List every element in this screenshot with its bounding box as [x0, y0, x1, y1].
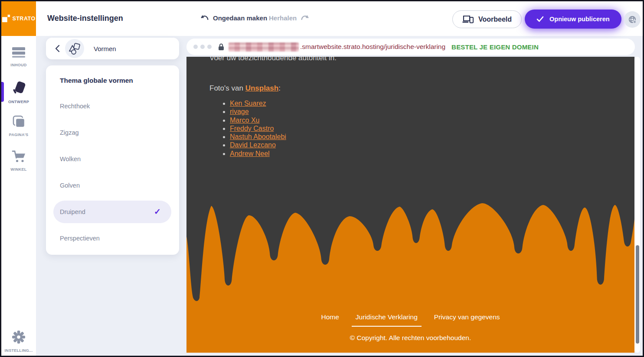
- list-item: Marco Xu: [230, 116, 286, 124]
- sidebar-item-label: WINKEL: [1, 167, 36, 172]
- option-label: Druipend: [60, 208, 85, 215]
- redo-label: Herhalen: [269, 14, 297, 22]
- photos-credit-line: Foto's van Unsplash:: [209, 84, 281, 93]
- sidebar-item-winkel[interactable]: WINKEL: [1, 150, 36, 172]
- sidebar-item-label: ONTWERP: [1, 100, 36, 104]
- credit-link[interactable]: Nastuh Abootalebi: [230, 133, 286, 140]
- option-label: Perspectieven: [60, 235, 100, 242]
- site-footer-nav: Home Juridische Verklaring Privacy van g…: [186, 313, 634, 321]
- gear-icon: [12, 330, 26, 344]
- order-domain-link[interactable]: BESTEL JE EIGEN DOMEIN: [451, 43, 539, 51]
- site-preview: Voer uw toezichthoudende autoriteit in. …: [186, 57, 634, 353]
- top-bar: STRATO Website-instellingen Ongedaan mak…: [1, 1, 643, 36]
- option-label: Rechthoek: [60, 103, 90, 110]
- list-item: Nastuh Abootalebi: [230, 133, 286, 141]
- brand-name: STRATO: [12, 16, 35, 22]
- sidebar-item-inhoud[interactable]: INHOUD: [1, 47, 36, 67]
- publish-button[interactable]: Opnieuw publiceren: [525, 10, 621, 29]
- photos-prefix: Foto's van: [209, 84, 245, 92]
- option-rechthoek[interactable]: Rechthoek: [46, 93, 179, 119]
- preview-label: Voorbeeld: [478, 16, 512, 23]
- page-title: Website-instellingen: [47, 14, 123, 23]
- drip-shape: [186, 195, 634, 308]
- option-druipend-selected[interactable]: Druipend ✓: [53, 201, 171, 223]
- shapes-icon: [68, 42, 81, 55]
- credit-link[interactable]: Ken Suarez: [230, 100, 266, 107]
- option-zigzag[interactable]: Zigzag: [46, 119, 179, 146]
- footer-nav-privacy[interactable]: Privacy van gegevens: [434, 313, 500, 321]
- unsplash-link[interactable]: Unsplash: [245, 84, 279, 92]
- cart-icon: [12, 150, 26, 163]
- options-list: Rechthoek Zigzag Wolken Golven Druipend …: [46, 93, 179, 251]
- panel-title: Vormen: [94, 45, 116, 52]
- preview-url-bar: .smartwebsite.strato.hosting/juridische-…: [186, 39, 635, 55]
- language-button[interactable]: [624, 11, 641, 28]
- options-section-title: Thema globale vormen: [60, 77, 179, 84]
- selected-check-icon: ✓: [154, 207, 161, 217]
- list-item: rivage: [230, 107, 286, 116]
- sidebar-item-instellingen[interactable]: INSTELLING...: [1, 330, 36, 353]
- undo-icon: [200, 14, 209, 22]
- option-label: Wolken: [60, 156, 81, 162]
- pages-icon: [12, 115, 25, 128]
- credit-link[interactable]: David Lezcano: [230, 141, 276, 149]
- option-wolken[interactable]: Wolken: [46, 146, 179, 172]
- footer-nav-juridische-verklaring[interactable]: Juridische Verklaring: [356, 313, 418, 321]
- photo-credits-list: Ken Suarez rivage Marco Xu Freddy Castro…: [221, 99, 286, 158]
- preview-scrollbar-thumb[interactable]: [636, 245, 639, 344]
- redo-button[interactable]: Herhalen: [269, 14, 310, 22]
- publish-label: Opnieuw publiceren: [549, 16, 610, 23]
- site-url: .smartwebsite.strato.hosting/juridische-…: [300, 43, 445, 51]
- credit-link[interactable]: Freddy Castro: [230, 125, 274, 132]
- strato-logo-icon: [2, 14, 10, 23]
- list-item: Freddy Castro: [230, 124, 286, 133]
- list-item: Ken Suarez: [230, 99, 286, 107]
- back-button[interactable]: [53, 45, 61, 52]
- shapes-icon-circle: [65, 39, 84, 58]
- sidebar-item-paginas[interactable]: PAGINA'S: [1, 115, 36, 137]
- site-intro-text: Voer uw toezichthoudende autoriteit in.: [209, 57, 337, 62]
- footer-nav-home[interactable]: Home: [321, 313, 339, 321]
- credit-link[interactable]: Andrew Neel: [230, 150, 270, 157]
- sidebar-item-ontwerp[interactable]: ONTWERP: [1, 81, 36, 104]
- preview-scrollbar-track: [634, 57, 640, 353]
- option-golven[interactable]: Golven: [46, 172, 179, 198]
- credit-link[interactable]: rivage: [230, 108, 249, 115]
- credit-link[interactable]: Marco Xu: [230, 117, 259, 124]
- photos-suffix: :: [278, 84, 281, 92]
- sidebar-item-label: PAGINA'S: [1, 133, 36, 137]
- undo-button[interactable]: Ongedaan maken: [200, 14, 267, 22]
- chevron-left-icon: [55, 45, 60, 52]
- content-icon: [12, 47, 25, 58]
- preview-button[interactable]: Voorbeeld: [452, 10, 522, 28]
- option-perspectieven[interactable]: Perspectieven: [46, 225, 179, 251]
- shapes-options-panel: Thema globale vormen Rechthoek Zigzag Wo…: [46, 65, 179, 255]
- check-icon: [536, 16, 544, 22]
- main-sidebar: INHOUD ONTWERP PAGINA'S: [1, 36, 36, 356]
- redo-icon: [301, 14, 310, 22]
- undo-label: Ongedaan maken: [213, 14, 267, 22]
- site-copyright: © Copyright. Alle rechten voorbehouden.: [186, 334, 634, 342]
- window-dots-icon: [193, 45, 212, 49]
- globe-icon: [628, 15, 637, 24]
- devices-icon: [462, 15, 474, 23]
- shapes-panel-header: Vormen: [46, 38, 179, 59]
- list-item: Andrew Neel: [230, 149, 286, 158]
- strato-logo[interactable]: STRATO: [1, 1, 36, 36]
- option-label: Golven: [60, 182, 80, 189]
- sidebar-item-label: INSTELLING...: [1, 348, 36, 353]
- app-window: STRATO Website-instellingen Ongedaan mak…: [0, 0, 644, 357]
- option-label: Zigzag: [60, 129, 79, 136]
- blurred-subdomain: [229, 42, 299, 52]
- sidebar-item-label: INHOUD: [1, 63, 36, 67]
- list-item: David Lezcano: [230, 141, 286, 149]
- lock-icon: [218, 43, 224, 51]
- design-icon: [11, 81, 26, 95]
